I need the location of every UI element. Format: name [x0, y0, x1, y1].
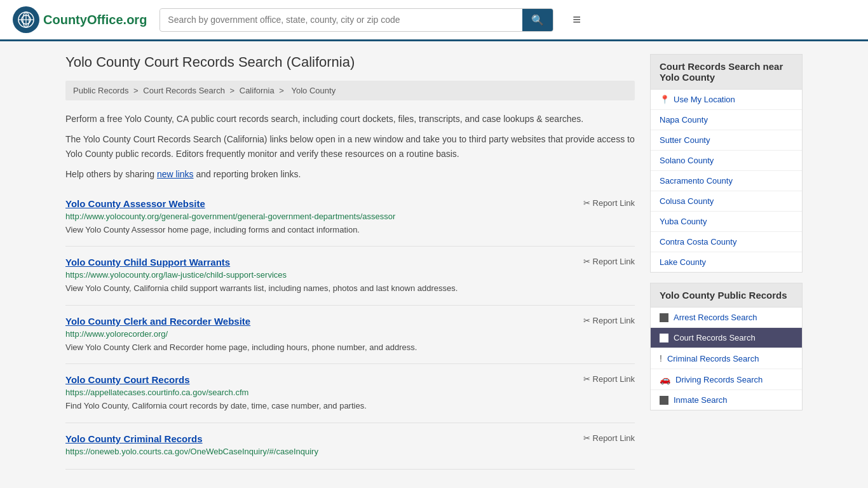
logo[interactable]: CountyOffice.org	[13, 6, 147, 33]
arrest-icon	[660, 313, 668, 322]
description: Perform a free Yolo County, CA public co…	[65, 112, 635, 182]
search-input[interactable]	[160, 10, 522, 30]
court-icon	[660, 334, 668, 342]
sidebar-item-colusa[interactable]: Colusa County	[651, 191, 802, 212]
desc-p2: The Yolo County Court Records Search (Ca…	[65, 132, 635, 161]
menu-icon[interactable]: ≡	[573, 13, 581, 27]
new-links-link[interactable]: new links	[157, 169, 194, 179]
sidebar-item-solano[interactable]: Solano County	[651, 151, 802, 171]
sidebar-item-contra-costa[interactable]: Contra Costa County	[651, 232, 802, 252]
report-link-btn[interactable]: ✂ Report Link	[583, 198, 635, 208]
sidebar: Court Records Search near Yolo County 📍 …	[650, 54, 803, 470]
pub-record-inmate[interactable]: Inmate Search	[651, 390, 802, 410]
breadcrumb-court-records[interactable]: Court Records Search	[143, 86, 225, 95]
pub-record-arrest[interactable]: Arrest Records Search	[651, 308, 802, 328]
search-button[interactable]: 🔍	[522, 9, 553, 31]
result-desc: View Yolo County Assessor home page, inc…	[65, 224, 635, 236]
breadcrumb: Public Records > Court Records Search > …	[65, 81, 635, 100]
use-my-location[interactable]: 📍 Use My Location	[651, 90, 802, 110]
page-title: Yolo County Court Records Search (Califo…	[65, 54, 635, 71]
main-container: Yolo County Court Records Search (Califo…	[53, 41, 815, 482]
results-list: Yolo County Assessor Website ✂ Report Li…	[65, 188, 635, 470]
report-link-btn[interactable]: ✂ Report Link	[583, 374, 635, 384]
result-item: Yolo County Child Support Warrants ✂ Rep…	[65, 247, 635, 306]
result-title[interactable]: Yolo County Child Support Warrants	[65, 257, 230, 268]
header: CountyOffice.org 🔍 ≡	[0, 0, 868, 41]
pub-record-court[interactable]: Court Records Search	[651, 328, 802, 348]
public-records-header: Yolo County Public Records	[651, 283, 802, 308]
breadcrumb-california[interactable]: California	[240, 86, 275, 95]
sidebar-item-napa[interactable]: Napa County	[651, 110, 802, 130]
result-item: Yolo County Clerk and Recorder Website ✂…	[65, 306, 635, 365]
desc-p1: Perform a free Yolo County, CA public co…	[65, 112, 635, 126]
result-title[interactable]: Yolo County Assessor Website	[65, 198, 205, 209]
pub-record-criminal[interactable]: ! Criminal Records Search	[651, 348, 802, 369]
driving-icon: 🚗	[660, 374, 670, 384]
criminal-icon: !	[660, 353, 662, 363]
desc-p3: Help others by sharing new links and rep…	[65, 167, 635, 181]
pub-record-driving[interactable]: 🚗 Driving Records Search	[651, 369, 802, 390]
result-desc: View Yolo County Clerk and Recorder home…	[65, 341, 635, 354]
location-icon: 📍	[660, 95, 670, 104]
result-url[interactable]: http://www.yolocounty.org/general-govern…	[65, 212, 635, 221]
result-url[interactable]: http://www.yolorecorder.org/	[65, 329, 635, 339]
public-records-section: Yolo County Public Records Arrest Record…	[650, 283, 803, 410]
nearby-section: Court Records Search near Yolo County 📍 …	[650, 54, 803, 273]
sidebar-item-lake[interactable]: Lake County	[651, 252, 802, 272]
logo-icon	[13, 6, 39, 33]
breadcrumb-current: Yolo County	[292, 86, 336, 95]
result-desc: Find Yolo County, California court recor…	[65, 400, 635, 412]
result-item: Yolo County Court Records ✂ Report Link …	[65, 364, 635, 423]
breadcrumb-public-records[interactable]: Public Records	[73, 86, 128, 95]
result-url[interactable]: https://oneweb.yolo.courts.ca.gov/OneWeb…	[65, 447, 635, 456]
result-item: Yolo County Criminal Records ✂ Report Li…	[65, 423, 635, 470]
result-url[interactable]: https://www.yolocounty.org/law-justice/c…	[65, 270, 635, 280]
content-area: Yolo County Court Records Search (Califo…	[65, 54, 635, 470]
result-title[interactable]: Yolo County Clerk and Recorder Website	[65, 316, 250, 327]
report-link-btn[interactable]: ✂ Report Link	[583, 433, 635, 443]
result-url[interactable]: https://appellatecases.courtinfo.ca.gov/…	[65, 388, 635, 397]
inmate-icon	[660, 396, 668, 405]
sidebar-item-sutter[interactable]: Sutter County	[651, 130, 802, 151]
result-title[interactable]: Yolo County Criminal Records	[65, 433, 203, 444]
logo-text: CountyOffice.org	[43, 13, 147, 27]
result-item: Yolo County Assessor Website ✂ Report Li…	[65, 188, 635, 247]
result-desc: View Yolo County, California child suppo…	[65, 282, 635, 295]
search-bar: 🔍	[159, 8, 553, 32]
sidebar-item-sacramento[interactable]: Sacramento County	[651, 171, 802, 191]
sidebar-item-yuba[interactable]: Yuba County	[651, 212, 802, 232]
report-link-btn[interactable]: ✂ Report Link	[583, 316, 635, 325]
nearby-header: Court Records Search near Yolo County	[651, 55, 802, 90]
result-title[interactable]: Yolo County Court Records	[65, 374, 190, 385]
report-link-btn[interactable]: ✂ Report Link	[583, 257, 635, 266]
